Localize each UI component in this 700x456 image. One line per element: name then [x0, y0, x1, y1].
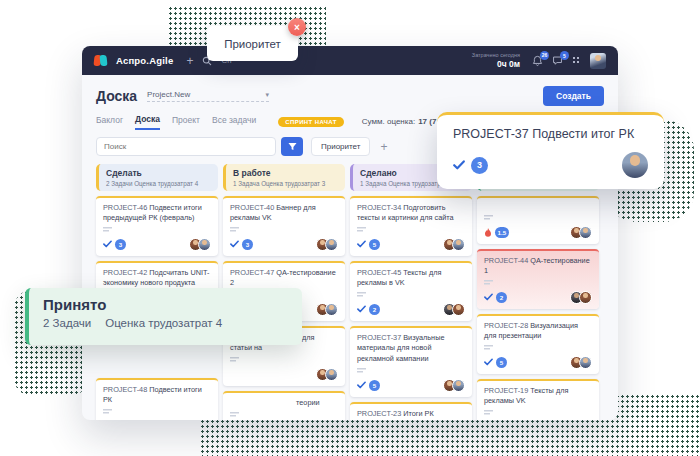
task-card[interactable]: PROJECT-44 QA-тестирование 12 [477, 249, 599, 309]
sprint-status-badge: СПРИНТ НАЧАТ [278, 117, 344, 127]
assignee-avatars [570, 226, 592, 239]
brand-logo-icon[interactable] [94, 54, 107, 67]
check-icon-wrap [357, 240, 366, 248]
check-icon-wrap [484, 293, 493, 301]
estimate-badge: 2 [496, 292, 507, 303]
title-row: Доска Project.New ▾ Создать [96, 83, 604, 109]
task-card[interactable]: PROJECT-46 Подвести итоги предыдущей РК … [96, 196, 218, 256]
task-card[interactable]: PROJECT-34 Подготовить тексты и картинки… [350, 196, 472, 256]
task-card-footer-left: 2 [357, 304, 380, 315]
estimate-badge: 1.5 [495, 227, 509, 238]
task-card[interactable]: PROJECT-37 Визуальные материалы для ново… [350, 326, 472, 397]
task-card-footer-left: 5 [357, 380, 380, 391]
task-card-footer: 3 [230, 238, 338, 251]
description-icon [357, 227, 366, 232]
task-card-footer-left: 5 [484, 357, 507, 368]
task-card-title: PROJECT-19 Тексты для рекламы VK [484, 386, 592, 407]
tab-board[interactable]: Доска [135, 114, 160, 130]
assignee-avatars [316, 238, 338, 251]
assignee-avatars [570, 291, 592, 304]
task-card-footer: 5 [357, 238, 465, 251]
priority-tooltip-label: Приоритет [224, 38, 281, 50]
messages-count: 5 [560, 51, 569, 60]
check-icon-wrap [357, 305, 366, 313]
brand-name[interactable]: Аспро.Agile [116, 55, 173, 66]
task-id: PROJECT-44 [484, 256, 530, 265]
messages-button[interactable]: 5 [552, 55, 563, 66]
task-card-footer-left: 3 [230, 239, 253, 250]
task-card-popup[interactable]: PROJECT-37 Подвести итог РК 3 [437, 112, 664, 189]
flame-icon-wrap [484, 228, 492, 237]
check-icon-wrap [484, 358, 493, 366]
chevron-down-icon: ▾ [266, 91, 270, 99]
apps-grid-icon[interactable] [572, 56, 581, 65]
check-icon-wrap [357, 381, 366, 389]
task-id: PROJECT-48 [103, 385, 149, 394]
column-title: Сделать [106, 168, 211, 178]
task-card-title: PROJECT-46 Подвести итоги предыдущей РК … [103, 203, 211, 224]
check-icon-wrap [103, 240, 112, 248]
funnel-icon [288, 142, 297, 151]
column-title: В работе [233, 168, 338, 178]
filter-button[interactable] [281, 137, 303, 156]
tab-all-tasks[interactable]: Все задачи [212, 115, 256, 129]
description-icon [230, 227, 239, 232]
task-card[interactable]: PROJECT-45 Тексты для рекламы в VK2 [350, 261, 472, 321]
accepted-meta: 2 Задачи Оценка трудозатрат 4 [43, 317, 288, 329]
avatar [452, 238, 465, 251]
board-select-value: Project.New [147, 90, 190, 99]
description-icon [484, 215, 493, 220]
description-icon [484, 280, 493, 285]
tab-project[interactable]: Проект [172, 115, 200, 129]
task-card[interactable]: 1.5 [477, 196, 599, 244]
time-tracker-value: 0ч 0м [472, 59, 520, 69]
task-card[interactable]: PROJECT-19 Тексты для рекламы VK5 [477, 379, 599, 420]
task-card[interactable]: PROJECT-23 Итоги РК5 [350, 402, 472, 420]
task-card-title: PROJECT-48 Подвести итоги РК [103, 385, 211, 406]
task-id: PROJECT-37 [357, 333, 403, 342]
top-navbar: Аспро.Agile + Сп Затрачено сегодня 0ч 0м… [82, 46, 618, 75]
accepted-count: 2 Задачи [43, 317, 91, 329]
task-card-title: PROJECT-40 Баннер для рекламы VK [230, 203, 338, 224]
accepted-estimate: Оценка трудозатрат 4 [105, 317, 222, 329]
description-icon [484, 345, 493, 350]
task-card[interactable]: PROJECT-48 Подвести итоги РК2 [96, 378, 218, 420]
notifications-button[interactable]: 26 [532, 55, 543, 67]
board-select[interactable]: Project.New ▾ [147, 90, 269, 102]
assignee-avatars [570, 356, 592, 369]
search-input[interactable] [96, 137, 276, 156]
estimate-badge: 3 [471, 157, 488, 174]
check-icon [103, 240, 112, 248]
task-card-footer-left: 1.5 [484, 227, 509, 238]
task-card-title: теории [230, 398, 338, 409]
task-id: PROJECT-23 [357, 409, 403, 418]
task-id: PROJECT-46 [103, 203, 149, 212]
task-card-footer: 1.5 [484, 226, 592, 239]
tab-backlog[interactable]: Баклог [96, 115, 123, 129]
task-id: PROJECT-34 [357, 203, 403, 212]
time-tracker-label: Затрачено сегодня [472, 52, 520, 59]
add-filter-icon[interactable]: + [380, 140, 387, 154]
check-icon [357, 305, 366, 313]
close-icon[interactable]: × [288, 18, 306, 36]
task-card[interactable]: PROJECT-28 Визуализация для презентации5 [477, 314, 599, 374]
task-card-title: PROJECT-37 Визуальные материалы для ново… [357, 333, 465, 365]
avatar [452, 379, 465, 392]
user-avatar[interactable] [590, 53, 606, 69]
page: Аспро.Agile + Сп Затрачено сегодня 0ч 0м… [0, 0, 700, 456]
assignee-avatars [443, 379, 465, 392]
task-card-popup-title: PROJECT-37 Подвести итог РК [453, 127, 648, 141]
column-meta: 2 Задачи Оценка трудозатрат 4 [106, 180, 211, 187]
create-button[interactable]: Создать [543, 86, 604, 106]
task-card[interactable]: теории3 [223, 391, 345, 420]
check-icon [357, 381, 366, 389]
priority-filter-chip[interactable]: Приоритет [311, 137, 370, 156]
task-card-popup-footer: 3 [453, 152, 648, 178]
avatar [198, 238, 211, 251]
add-icon[interactable]: + [186, 55, 193, 67]
check-icon [230, 240, 239, 248]
check-icon-wrap [230, 240, 239, 248]
description-icon [230, 412, 239, 417]
avatar [622, 152, 648, 178]
task-card[interactable]: PROJECT-40 Баннер для рекламы VK3 [223, 196, 345, 256]
